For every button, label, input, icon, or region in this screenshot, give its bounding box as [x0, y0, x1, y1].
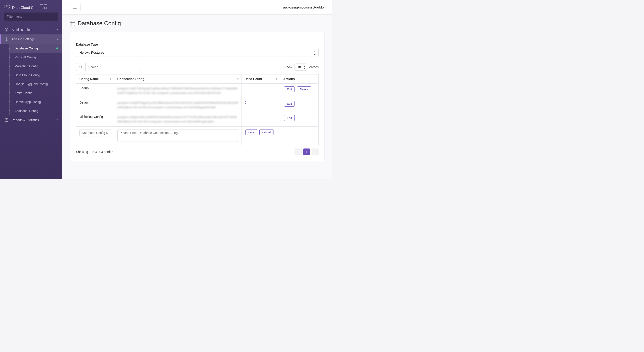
cell-config-name: Dedup [76, 84, 114, 98]
brand: Heroku Data Cloud Connector [0, 0, 62, 12]
search-box [76, 63, 141, 71]
database-type-select[interactable]: Heroku Postgres [76, 48, 319, 57]
cell-connection-string: postgres://u3q9f793jgu3t:p29s298bo3aamc5… [114, 98, 241, 112]
sidebar-item-label: Heroku App Config [14, 100, 41, 104]
content: Database Config Database Type Heroku Pos… [62, 14, 332, 179]
sidebar-item-label: Marketing Config [14, 64, 38, 68]
sidebar-item-label: Redshift Config [14, 56, 36, 59]
svg-point-3 [6, 29, 7, 29]
search-input[interactable] [86, 63, 141, 71]
nav-label: Administration [12, 28, 32, 32]
search-icon [76, 63, 86, 71]
sidebar-item-label: Data Cloud Config [14, 73, 40, 77]
sort-icon: ▲▼ [276, 78, 278, 80]
sidebar-item-label: Database Config [14, 46, 38, 50]
edit-button[interactable]: Edit [284, 115, 295, 121]
sidebar-item-kafka-config[interactable]: Kafka Config [10, 88, 62, 98]
svg-point-12 [80, 66, 82, 68]
cell-config-name: Michelle's Config [76, 112, 114, 126]
cell-connection-string: postgres://u6j779r0hgxg52:pk5bcnaff1jv77… [114, 84, 241, 98]
config-card: Database Type Heroku Postgres ▾▴ [70, 32, 325, 161]
svg-point-4 [6, 38, 7, 40]
sort-icon: ▲▼ [237, 78, 239, 80]
page-prev-button[interactable]: ‹ [294, 148, 302, 155]
chevron-up-icon: ▴ [56, 38, 58, 40]
sidebar-item-additional-config[interactable]: Additional Config [10, 106, 62, 116]
filter-menu-input[interactable] [4, 12, 58, 20]
table-row: Default postgres://u3q9f793jgu3t:p29s298… [76, 98, 319, 112]
subnav-addon-settings: Database Config Redshift Config Marketin… [10, 44, 62, 116]
nav-label: Reports & Statistics [12, 118, 39, 122]
table-row: Michelle's Config postgres://hpfgrxndtfo… [76, 112, 319, 126]
gear-icon [4, 37, 8, 41]
col-connection-string[interactable]: Connection String ▲▼ [114, 74, 241, 84]
svg-line-13 [81, 68, 82, 68]
brand-title: Data Cloud Connector [12, 6, 48, 10]
cell-config-name: Default [76, 98, 114, 112]
page-title-row: Database Config [70, 20, 325, 27]
report-icon [4, 118, 8, 122]
col-config-name[interactable]: Config Name ▲▼ [76, 74, 114, 84]
cancel-button[interactable]: cancel [260, 129, 274, 135]
topbar: app-using-mcconnect-addon [62, 0, 332, 14]
app-name: app-using-mcconnect-addon [283, 5, 326, 9]
nav-addon-settings[interactable]: Add-On Settings ▴ [0, 34, 62, 44]
pagination: ‹ 1 › [294, 148, 319, 155]
main: app-using-mcconnect-addon Database Confi… [62, 0, 332, 179]
cell-actions: Edit Delete [280, 84, 318, 98]
nav-reports-statistics[interactable]: Reports & Statistics ▾ [0, 116, 62, 125]
brand-subtitle: Heroku [12, 3, 48, 6]
entries-suffix: entries [309, 65, 319, 69]
sidebar-item-label: Additional Config [14, 109, 38, 113]
table-info: Showing 1 to 3 of 3 entries [76, 150, 113, 154]
database-type-label: Database Type [76, 43, 319, 46]
sidebar-item-data-cloud-config[interactable]: Data Cloud Config [10, 71, 62, 80]
sidebar-item-google-bigquery-config[interactable]: Google Bigquery Config [10, 80, 62, 88]
delete-button[interactable]: Delete [297, 86, 311, 92]
edit-button[interactable]: Edit [284, 86, 295, 92]
edit-button[interactable]: Edit [284, 101, 295, 107]
info-icon [4, 28, 8, 32]
page-number-button[interactable]: 1 [303, 148, 310, 155]
config-table: Config Name ▲▼ Connection String ▲▼ Used… [76, 74, 319, 145]
save-button[interactable]: save [245, 129, 257, 135]
sidebar-item-marketing-config[interactable]: Marketing Config [10, 62, 62, 71]
config-name-input[interactable] [80, 129, 111, 136]
chevron-down-icon: ▾ [56, 28, 58, 31]
sort-icon: ▲▼ [110, 78, 112, 80]
cell-new-actions: save cancel [241, 126, 280, 145]
sidebar-item-redshift-config[interactable]: Redshift Config [10, 53, 62, 62]
cell-used-count: 0 [241, 84, 280, 98]
sidebar-item-database-config[interactable]: Database Config [10, 44, 62, 53]
brand-logo-icon [4, 4, 10, 10]
chevron-down-icon: ▾ [56, 118, 58, 122]
sidebar: Heroku Data Cloud Connector Administrati… [0, 0, 62, 179]
svg-point-0 [6, 5, 8, 6]
cell-actions: Edit [280, 98, 318, 112]
col-used-count[interactable]: Used Count ▲▼ [241, 74, 280, 84]
status-indicator-icon [56, 48, 58, 49]
cell-used-count: 2 [241, 112, 280, 126]
table-row-new: save cancel [76, 126, 319, 145]
toggle-sidebar-button[interactable] [69, 3, 81, 12]
show-label: Show [284, 65, 292, 69]
cell-empty [280, 126, 318, 145]
page-next-button[interactable]: › [312, 148, 319, 155]
nav-label: Add-On Settings [12, 37, 35, 41]
connection-string-input[interactable] [118, 129, 238, 142]
col-actions: Actions [280, 74, 318, 84]
cell-new-name [76, 126, 114, 145]
entries-select[interactable]: 10 [294, 64, 307, 71]
sidebar-item-heroku-app-config[interactable]: Heroku App Config [10, 98, 62, 106]
sidebar-item-label: Kafka Config [14, 91, 32, 95]
cell-new-conn [114, 126, 241, 145]
cell-connection-string: postgres://hpfgrxndtfo:k9655h97a83628511… [114, 112, 241, 126]
hamburger-icon [73, 6, 77, 9]
cell-used-count: 6 [241, 98, 280, 112]
table-row: Dedup postgres://u6j779r0hgxg52:pk5bcnaf… [76, 84, 319, 98]
sidebar-item-label: Google Bigquery Config [14, 82, 48, 86]
window-icon [70, 21, 75, 26]
nav-administration[interactable]: Administration ▾ [0, 25, 62, 34]
page-title: Database Config [78, 20, 121, 27]
cell-actions: Edit [280, 112, 318, 126]
